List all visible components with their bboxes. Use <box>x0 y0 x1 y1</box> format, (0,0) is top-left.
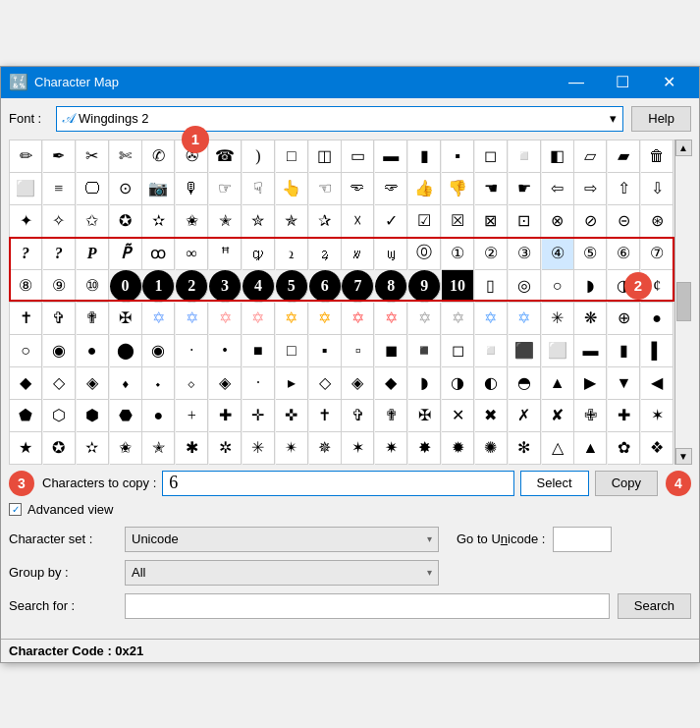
char-cell[interactable]: ⑧ <box>10 270 42 303</box>
char-cell[interactable]: ✕ <box>442 400 474 432</box>
char-cell[interactable]: ◇ <box>43 367 76 400</box>
char-cell[interactable]: ⬜ <box>10 173 42 205</box>
char-cell[interactable]: ● <box>142 400 175 432</box>
char-cell[interactable]: 👆 <box>276 173 308 205</box>
char-cell[interactable]: ◉ <box>43 335 76 367</box>
char-cell[interactable]: ✚ <box>209 400 242 432</box>
char-cell[interactable]: ◻ <box>442 335 474 367</box>
char-cell[interactable]: ■ <box>242 335 275 367</box>
char-cell[interactable]: ✪ <box>43 432 76 465</box>
char-cell[interactable]: ✮ <box>242 205 275 238</box>
char-cell[interactable]: ✬ <box>176 205 208 238</box>
char-cell[interactable]: ▪ <box>309 335 342 367</box>
char-cell[interactable]: ◑ <box>442 367 474 400</box>
char-cell[interactable]: ⊠ <box>475 205 508 238</box>
char-cell[interactable]: ⬩ <box>142 367 175 400</box>
char-cell[interactable]: ⑤ <box>574 238 607 270</box>
char-cell[interactable]: ▌ <box>641 335 673 367</box>
char-cell[interactable]: ▫ <box>342 335 374 367</box>
char-cell[interactable]: ✠ <box>110 303 142 335</box>
char-cell[interactable]: ✹ <box>442 432 474 465</box>
char-cell[interactable]: ◓ <box>509 367 541 400</box>
char-cell[interactable]: ✠ <box>408 400 441 432</box>
char-cell[interactable]: ✭ <box>209 205 242 238</box>
char-cell[interactable]: ⊙ <box>110 173 142 205</box>
group-by-dropdown[interactable]: All ▾ <box>125 560 439 586</box>
char-cell[interactable]: ◐ <box>475 367 508 400</box>
advanced-view-label[interactable]: Advanced view <box>27 502 113 517</box>
char-cell[interactable]: ≡ <box>43 173 76 205</box>
char-cell[interactable]: ★ <box>10 432 42 465</box>
char-cell[interactable]: ① <box>442 238 474 270</box>
char-cell[interactable]: ? <box>43 238 76 270</box>
char-cell[interactable]: ⬜ <box>542 335 574 367</box>
char-cell[interactable]: ✡ <box>176 303 208 335</box>
scroll-thumb[interactable] <box>676 282 691 321</box>
maximize-button[interactable]: ☐ <box>600 68 645 97</box>
char-cell[interactable]: ⬦ <box>176 367 208 400</box>
char-cell[interactable]: 1 <box>142 270 175 303</box>
char-cell[interactable]: ✡ <box>209 303 242 335</box>
char-cell[interactable]: ? <box>10 238 42 270</box>
char-cell[interactable]: ▪ <box>442 140 474 173</box>
char-cell[interactable]: ✱ <box>176 432 208 465</box>
char-cell[interactable]: ● <box>641 303 673 335</box>
char-cell[interactable]: ○ <box>10 335 42 367</box>
char-cell[interactable]: ▭ <box>342 140 374 173</box>
char-cell[interactable]: 👍 <box>408 173 441 205</box>
char-cell[interactable]: ▸ <box>276 367 308 400</box>
char-cell[interactable]: ⬟ <box>10 400 42 432</box>
char-cell[interactable]: ✆ <box>142 140 175 173</box>
char-cell[interactable]: ✚ <box>608 400 640 432</box>
char-cell[interactable]: ꝝ <box>309 238 342 270</box>
char-cell[interactable]: ⊕ <box>608 303 640 335</box>
char-cell[interactable]: ◆ <box>375 367 407 400</box>
char-cell[interactable]: ✘ <box>542 400 574 432</box>
char-cell[interactable]: ✡ <box>442 303 474 335</box>
char-cell[interactable]: ✗ <box>509 400 541 432</box>
char-cell[interactable]: ☓ <box>342 205 374 238</box>
char-cell[interactable]: ✡ <box>276 303 308 335</box>
char-cell[interactable]: 5 <box>276 270 308 303</box>
char-cell[interactable]: ☚ <box>475 173 508 205</box>
search-button[interactable]: Search <box>618 593 691 619</box>
char-cell[interactable]: ◆ <box>10 367 42 400</box>
char-cell[interactable]: ✝ <box>10 303 42 335</box>
close-button[interactable]: ✕ <box>646 68 691 97</box>
scrollbar[interactable]: ▲ ▼ <box>674 140 691 465</box>
char-cell[interactable]: ꝏ <box>142 238 175 270</box>
char-cell[interactable]: ✧ <box>43 205 76 238</box>
char-cell[interactable]: □ <box>276 140 308 173</box>
char-cell[interactable]: • <box>209 335 242 367</box>
char-cell[interactable]: ◎ <box>509 270 541 303</box>
char-cell[interactable]: ꝡ <box>375 238 407 270</box>
char-cell[interactable]: ▲ <box>542 367 574 400</box>
chars-to-copy-input[interactable] <box>162 471 513 496</box>
char-cell[interactable]: ✏ <box>10 140 42 173</box>
char-cell[interactable]: ✓ <box>375 205 407 238</box>
char-cell[interactable]: ⬛ <box>509 335 541 367</box>
char-cell[interactable]: ✩ <box>77 205 109 238</box>
char-cell[interactable]: ✫ <box>142 205 175 238</box>
char-cell[interactable]: ⇨ <box>574 173 607 205</box>
char-cell[interactable]: ◇ <box>309 367 342 400</box>
char-cell[interactable]: □ <box>276 335 308 367</box>
char-cell[interactable]: ✟ <box>375 400 407 432</box>
char-cell[interactable]: ◈ <box>342 367 374 400</box>
char-cell[interactable]: 🎙 <box>176 173 208 205</box>
char-cell[interactable]: ⬢ <box>77 400 109 432</box>
char-cell[interactable]: ⬤ <box>110 335 142 367</box>
char-cell[interactable]: ⬡ <box>43 400 76 432</box>
char-cell[interactable]: ◽ <box>509 140 541 173</box>
char-cell[interactable]: ▮ <box>608 335 640 367</box>
char-cell[interactable]: ✡ <box>375 303 407 335</box>
char-cell[interactable]: ⊗ <box>542 205 574 238</box>
char-cell[interactable]: ◽ <box>475 335 508 367</box>
char-cell[interactable]: ④ <box>542 238 574 270</box>
char-cell[interactable]: ✫ <box>77 432 109 465</box>
char-cell[interactable]: 4 <box>242 270 275 303</box>
char-cell[interactable]: ▱ <box>574 140 607 173</box>
scroll-down-arrow[interactable]: ▼ <box>675 448 692 465</box>
char-cell[interactable]: 3 <box>209 270 242 303</box>
char-cell[interactable]: ✟ <box>77 303 109 335</box>
